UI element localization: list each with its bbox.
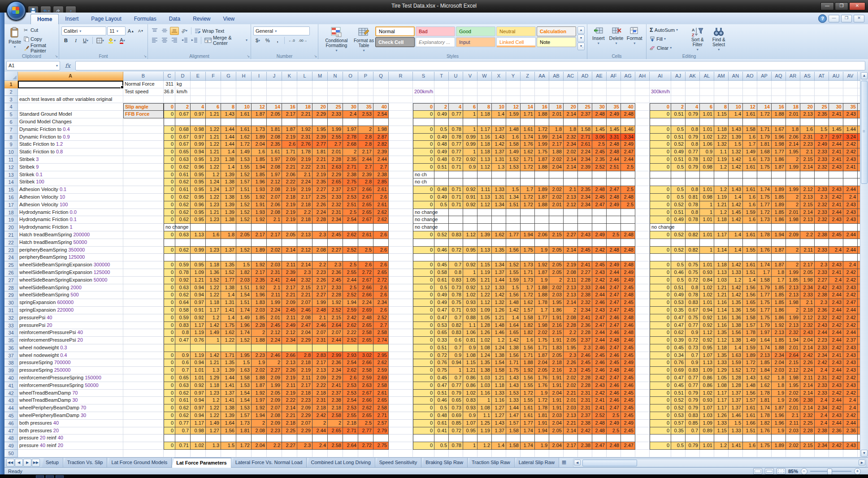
cell-H37[interactable]: 1.95: [236, 352, 252, 360]
cell-H42[interactable]: 1.54: [236, 390, 252, 397]
cell-AN49[interactable]: 1.41: [729, 442, 743, 450]
cell-AT45[interactable]: 2.4: [815, 412, 829, 420]
cell-O14[interactable]: 2.75: [343, 178, 358, 186]
cell-AE4[interactable]: 30: [592, 103, 607, 111]
cell-X50[interactable]: [492, 450, 506, 457]
cell-U22[interactable]: [449, 239, 463, 247]
cell-AA45[interactable]: 1.81: [535, 412, 549, 420]
cell-AH1[interactable]: [635, 81, 650, 88]
cell-Z17[interactable]: 1.72: [521, 201, 535, 209]
cell-AT4[interactable]: 25: [815, 103, 829, 111]
cell-J20[interactable]: [267, 224, 282, 231]
cell-N7[interactable]: 1.99: [328, 126, 343, 134]
cell-K17[interactable]: 2.19: [282, 201, 297, 209]
cell-G40[interactable]: 1.44: [221, 374, 236, 382]
cell-AA17[interactable]: 1.88: [535, 201, 549, 209]
cell-F22[interactable]: [206, 239, 221, 247]
cell-AM48[interactable]: [714, 435, 729, 442]
row-header-31[interactable]: 31: [4, 307, 18, 314]
cell-A36[interactable]: wheel nodeweight 0.3: [18, 344, 123, 352]
cell-J45[interactable]: 2.08: [267, 412, 282, 420]
cell-AA28[interactable]: 1.88: [535, 284, 549, 292]
cell-AB29[interactable]: 2.03: [549, 291, 564, 299]
cell-AV13[interactable]: [843, 171, 858, 179]
cell-AI16[interactable]: 0: [650, 194, 671, 201]
cell-AF15[interactable]: 2.47: [607, 186, 621, 194]
cell-M10[interactable]: 1.81: [312, 148, 328, 156]
cell-K47[interactable]: 2.25: [282, 427, 297, 435]
cell-V4[interactable]: 6: [463, 103, 477, 111]
cell-AO47[interactable]: 1.51: [743, 427, 757, 435]
cell-AU26[interactable]: 2.41: [829, 269, 843, 277]
cell-AJ39[interactable]: 0.69: [671, 367, 686, 374]
cell-P40[interactable]: 2.59: [358, 374, 373, 382]
cell-AT48[interactable]: [815, 435, 829, 442]
cell-AN41[interactable]: 1.28: [729, 382, 743, 390]
cell-AN30[interactable]: 1.35: [729, 299, 743, 307]
row-header-35[interactable]: 35: [4, 337, 18, 344]
cell-AK26[interactable]: 0.75: [686, 269, 700, 277]
cell-V14[interactable]: [463, 178, 477, 186]
cell-I45[interactable]: 1.94: [252, 412, 267, 420]
cell-G38[interactable]: 1.35: [221, 359, 236, 367]
cell-AM27[interactable]: 1.03: [714, 277, 729, 284]
cell-AC2[interactable]: [564, 88, 578, 96]
cell-C11[interactable]: 0: [164, 156, 175, 164]
cell-G33[interactable]: 1.75: [221, 322, 236, 330]
cell-AA20[interactable]: [535, 224, 549, 231]
font-family-select[interactable]: Calibri▾: [61, 26, 106, 35]
cell-F30[interactable]: 1.18: [206, 299, 221, 307]
cell-AH21[interactable]: [635, 231, 650, 239]
cell-A44[interactable]: wheelPeripheryBeamDamp 70: [18, 404, 123, 412]
cell-U1[interactable]: [449, 81, 463, 88]
cell-T37[interactable]: 0.72: [434, 352, 449, 360]
cell-S22[interactable]: [413, 239, 434, 247]
cell-AS33[interactable]: 2.32: [800, 322, 815, 330]
cell-AN35[interactable]: 1.38: [729, 337, 743, 344]
cell-AN8[interactable]: 1.39: [729, 134, 743, 141]
cell-T27[interactable]: 0.61: [434, 277, 449, 284]
cell-AD35[interactable]: 2.37: [578, 337, 592, 344]
cell-AO18[interactable]: 1.59: [743, 209, 757, 217]
cell-I36[interactable]: [252, 344, 267, 352]
scroll-right-icon[interactable]: ▶: [859, 460, 865, 465]
cell-Q15[interactable]: 2.61: [373, 186, 389, 194]
office-button[interactable]: [6, 1, 26, 21]
cell-Z15[interactable]: 1.7: [521, 186, 535, 194]
cell-style-linked-cell[interactable]: Linked Cell: [496, 37, 536, 47]
cell-AC32[interactable]: 2.08: [564, 314, 578, 322]
cell-AM42[interactable]: 1.17: [714, 390, 729, 397]
cell-AN23[interactable]: 1.4: [729, 247, 743, 254]
shrink-font-button[interactable]: A▼: [136, 27, 145, 35]
cell-AJ9[interactable]: 0.52: [671, 141, 686, 148]
cell-Z8[interactable]: 1.74: [521, 134, 535, 141]
cell-I7[interactable]: 1.73: [252, 126, 267, 134]
select-all-button[interactable]: [4, 72, 18, 81]
cell-AI45[interactable]: 0: [650, 412, 671, 420]
cell-W34[interactable]: 1.26: [477, 329, 492, 337]
cell-D15[interactable]: 0.61: [175, 186, 191, 194]
cell-AH4[interactable]: [635, 103, 650, 111]
cell-AA50[interactable]: [535, 450, 549, 457]
cell-AF45[interactable]: 2.5: [607, 412, 621, 420]
cell-AB26[interactable]: 2.05: [549, 269, 564, 277]
cell-AV14[interactable]: [843, 178, 858, 186]
cell-AV46[interactable]: 2.44: [843, 420, 858, 427]
cell-AR2[interactable]: [786, 88, 800, 96]
column-header-W[interactable]: W: [477, 72, 492, 81]
cell-AK11[interactable]: 0.78: [686, 156, 700, 164]
cell-S46[interactable]: 0: [413, 420, 434, 427]
cell-AM16[interactable]: 1.19: [714, 194, 729, 201]
cell-W21[interactable]: 1.39: [477, 231, 492, 239]
cell-AT47[interactable]: 2.38: [815, 427, 829, 435]
cell-W41[interactable]: 1.03: [477, 382, 492, 390]
cell-AH11[interactable]: [635, 156, 650, 164]
cell-H16[interactable]: 1.55: [236, 194, 252, 201]
cell-AC19[interactable]: [564, 216, 578, 224]
cell-B12[interactable]: [123, 164, 164, 171]
cell-Z32[interactable]: 1.58: [521, 314, 535, 322]
cell-R36[interactable]: [389, 344, 413, 352]
cell-AD33[interactable]: 2.36: [578, 322, 592, 330]
cell-AJ33[interactable]: 0.47: [671, 322, 686, 330]
cell-T46[interactable]: 0.61: [434, 420, 449, 427]
